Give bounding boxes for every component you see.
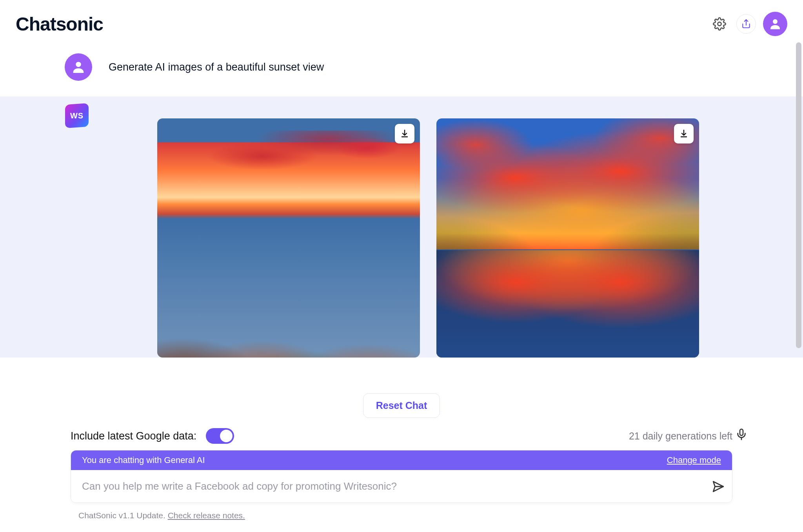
send-button[interactable] [705,473,732,500]
bot-message-row: WS [0,96,803,358]
release-notes-link[interactable]: Check release notes. [168,511,245,520]
google-data-toggle-row: Include latest Google data: [71,428,234,444]
generated-image-2[interactable] [436,118,699,358]
download-image-2-button[interactable] [674,124,694,143]
person-icon [768,17,782,31]
svg-point-0 [718,22,721,25]
google-data-toggle[interactable] [206,428,234,444]
share-button[interactable] [736,14,756,34]
bottom-panel: Reset Chat Include latest Google data: 2… [0,384,803,532]
app-logo: Chatsonic [16,13,103,35]
chat-input-block: You are chatting with General AI Change … [71,450,732,503]
download-image-1-button[interactable] [395,124,414,143]
generations-left-label: 21 daily generations left [629,430,732,442]
change-mode-link[interactable]: Change mode [667,455,721,465]
send-icon [712,480,725,493]
download-icon [679,129,689,138]
generated-image-1[interactable] [157,118,420,358]
bot-avatar: WS [65,103,89,128]
chat-input[interactable] [71,470,705,503]
share-icon [741,19,751,29]
header-actions [710,12,787,36]
svg-rect-10 [740,429,743,436]
footer-note: ChatSonic v1.1 Update. Check release not… [0,503,803,520]
svg-point-2 [773,19,778,24]
svg-point-3 [76,62,81,67]
user-message-row: Generate AI images of a beautiful sunset… [0,44,803,96]
download-icon [400,129,409,138]
gear-icon [713,17,726,31]
user-message-text: Generate AI images of a beautiful sunset… [109,61,324,73]
profile-avatar[interactable] [763,12,787,36]
bot-avatar-label: WS [65,104,89,127]
microphone-icon [735,428,748,441]
microphone-button[interactable] [732,425,751,444]
reset-chat-button[interactable]: Reset Chat [363,393,440,418]
scrollbar[interactable] [796,42,801,348]
mode-bar-text: You are chatting with General AI [82,455,205,465]
mode-bar: You are chatting with General AI Change … [71,450,732,470]
header: Chatsonic [0,0,803,44]
person-icon [71,59,86,75]
response-area: WS [0,96,803,366]
settings-button[interactable] [710,14,729,34]
footer-update-text: ChatSonic v1.1 Update. [78,511,168,520]
user-avatar [65,53,92,81]
generated-images-row [65,107,787,358]
google-data-label: Include latest Google data: [71,430,196,442]
